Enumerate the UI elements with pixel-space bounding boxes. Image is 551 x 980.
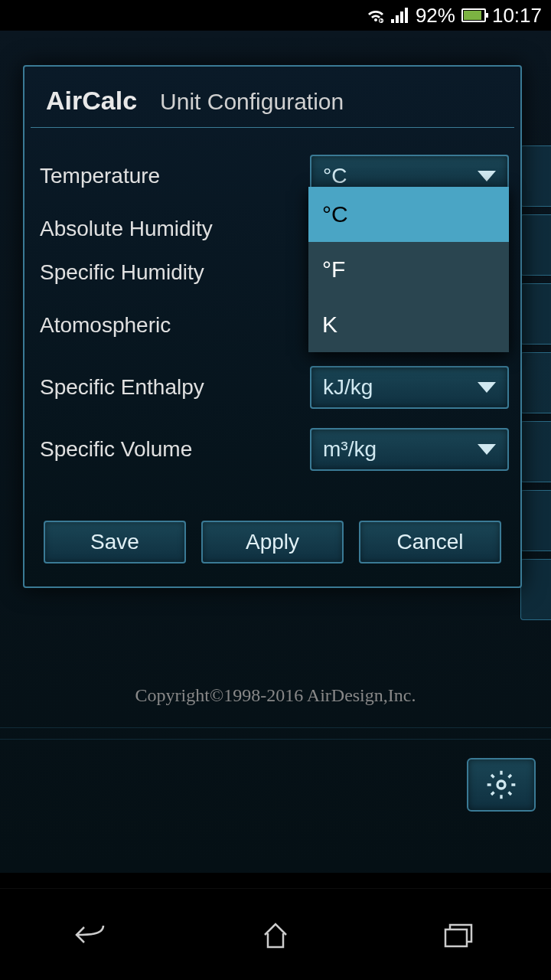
unit-config-dialog: AirCalc Unit Configuration Temperature °… (23, 65, 522, 588)
dropdown-value: kJ/kg (323, 375, 373, 400)
bg-tab[interactable] (520, 559, 551, 620)
temperature-dropdown-menu: °C °F K (308, 187, 509, 352)
recent-apps-icon (442, 920, 476, 949)
settings-button[interactable] (467, 758, 536, 812)
dropdown-value: °C (323, 164, 347, 188)
dropdown-option-fahrenheit[interactable]: °F (308, 242, 509, 297)
home-button[interactable] (237, 912, 314, 958)
signal-icon (391, 8, 409, 23)
specific-volume-label: Specific Volume (36, 437, 192, 462)
svg-rect-6 (445, 929, 467, 946)
cancel-button[interactable]: Cancel (359, 521, 501, 564)
app-title: AirCalc (46, 86, 137, 116)
svg-point-5 (497, 781, 505, 789)
navigation-bar (0, 888, 551, 980)
dialog-header: AirCalc Unit Configuration (31, 67, 514, 128)
chevron-down-icon (478, 444, 496, 455)
battery-icon (461, 8, 486, 22)
divider (0, 727, 551, 728)
bg-tab[interactable] (520, 490, 551, 551)
dropdown-option-kelvin[interactable]: K (308, 297, 509, 352)
status-bar: 92% 10:17 (0, 0, 551, 31)
config-row-specific-enthalpy: Specific Enthalpy kJ/kg (36, 366, 509, 409)
divider (0, 739, 551, 740)
save-button[interactable]: Save (44, 521, 186, 564)
back-button[interactable] (54, 912, 130, 958)
dialog-subtitle: Unit Configuration (160, 89, 344, 115)
copyright-text: Copyright©1998-2016 AirDesign,Inc. (0, 685, 551, 706)
battery-percent: 92% (416, 4, 455, 28)
specific-humidity-label: Specific Humidity (36, 260, 204, 285)
dropdown-value: m³/kg (323, 437, 377, 462)
svg-rect-2 (396, 15, 399, 23)
bg-tab[interactable] (520, 214, 551, 276)
recent-apps-button[interactable] (421, 912, 497, 958)
svg-rect-4 (405, 8, 408, 23)
temperature-label: Temperature (36, 164, 160, 188)
apply-button[interactable]: Apply (201, 521, 344, 564)
config-row-specific-volume: Specific Volume m³/kg (36, 428, 509, 471)
absolute-humidity-label: Absolute Humidity (36, 217, 213, 241)
status-time: 10:17 (492, 4, 542, 28)
home-icon (259, 918, 292, 952)
chevron-down-icon (478, 382, 496, 393)
atmospheric-label: Atomospheric (36, 313, 171, 338)
bg-tab[interactable] (520, 421, 551, 482)
specific-enthalpy-dropdown[interactable]: kJ/kg (310, 366, 509, 409)
dialog-buttons: Save Apply Cancel (24, 505, 520, 586)
specific-enthalpy-label: Specific Enthalpy (36, 375, 204, 400)
bg-tab[interactable] (520, 145, 551, 207)
chevron-down-icon (478, 171, 496, 181)
bg-tab[interactable] (520, 283, 551, 345)
specific-volume-dropdown[interactable]: m³/kg (310, 428, 509, 471)
bg-tab[interactable] (520, 352, 551, 413)
svg-rect-3 (400, 11, 403, 23)
wifi-icon (367, 6, 385, 24)
dropdown-option-celsius[interactable]: °C (308, 187, 509, 242)
svg-rect-1 (391, 19, 394, 23)
gear-icon (486, 769, 517, 800)
back-icon (73, 920, 111, 950)
